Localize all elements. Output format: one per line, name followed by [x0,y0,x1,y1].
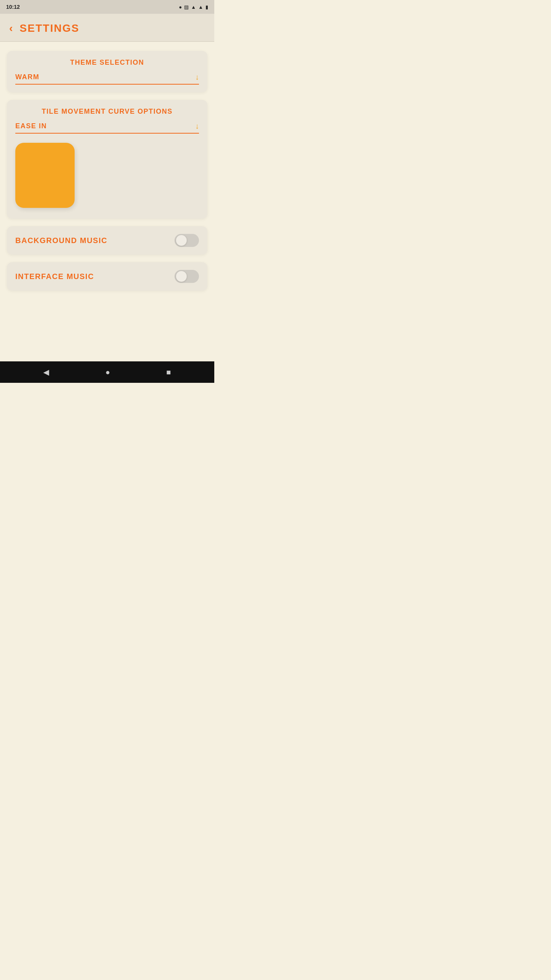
curve-dropdown[interactable]: EASE IN ↓ [15,122,199,134]
nav-back-icon[interactable]: ◀ [43,368,49,377]
theme-dropdown-arrow: ↓ [195,73,199,82]
back-button[interactable]: ‹ [9,23,13,34]
theme-selection-card: THEME SELECTION WARM ↓ [7,51,207,92]
tile-preview-area [15,140,199,211]
movement-section-title: TILE MOVEMENT CURVE OPTIONS [15,108,199,116]
background-music-knob [176,235,187,246]
nav-bar: ◀ ● ■ [0,361,214,383]
tile-preview [15,143,75,208]
curve-selected-value: EASE IN [15,122,47,130]
sim-icon: ▨ [184,4,189,10]
interface-music-toggle[interactable] [174,270,199,283]
signal-icon: ▲ [198,4,203,10]
nav-recent-icon[interactable]: ■ [166,368,171,377]
header: ‹ SETTINGS [0,14,214,42]
background-music-card: BACKGROUND MUSIC [7,226,207,255]
background-music-toggle[interactable] [174,234,199,247]
interface-music-knob [176,271,187,282]
background-music-row: BACKGROUND MUSIC [15,234,199,247]
notification-icon: ● [179,4,182,10]
theme-selected-value: WARM [15,73,39,81]
battery-icon: ▮ [205,4,208,10]
theme-section-title: THEME SELECTION [15,59,199,67]
nav-home-icon[interactable]: ● [105,368,110,377]
status-time: 10:12 [6,4,20,10]
interface-music-card: INTERFACE MUSIC [7,262,207,291]
interface-music-row: INTERFACE MUSIC [15,270,199,283]
background-music-label: BACKGROUND MUSIC [15,236,108,245]
content-area: THEME SELECTION WARM ↓ TILE MOVEMENT CUR… [0,42,214,361]
page-title: SETTINGS [20,22,79,34]
curve-dropdown-arrow: ↓ [195,122,199,131]
movement-curve-card: TILE MOVEMENT CURVE OPTIONS EASE IN ↓ [7,100,207,219]
theme-dropdown[interactable]: WARM ↓ [15,73,199,85]
status-icons: ● ▨ ▲ ▲ ▮ [179,4,208,10]
status-bar: 10:12 ● ▨ ▲ ▲ ▮ [0,0,214,14]
interface-music-label: INTERFACE MUSIC [15,272,94,281]
wifi-icon: ▲ [191,4,196,10]
